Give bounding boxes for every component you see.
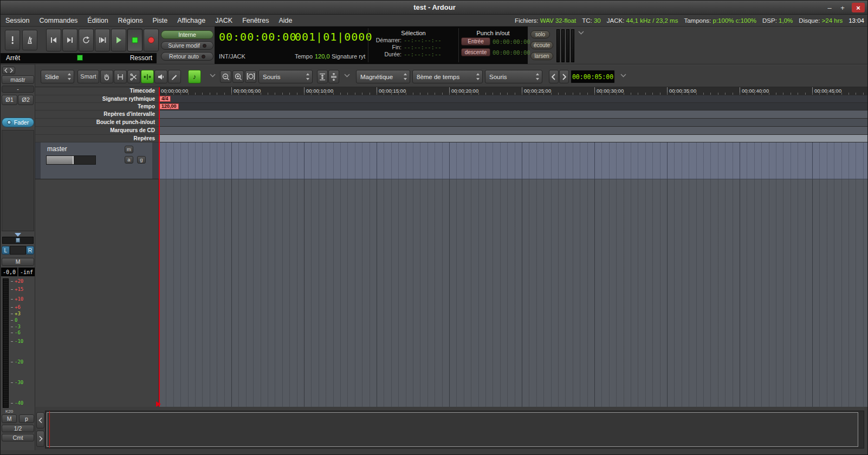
follow-edits-button[interactable]: Suivre modif — [161, 41, 213, 50]
expand-tracks-button[interactable] — [328, 70, 339, 83]
meter-marker[interactable]: 4/4 — [159, 96, 171, 102]
track-automation-button[interactable]: a — [125, 156, 133, 164]
track-gain-fader[interactable] — [46, 155, 96, 165]
menu-jack[interactable]: JACK — [210, 17, 237, 24]
track-group-button[interactable]: g — [137, 156, 146, 164]
chevron-down-icon[interactable] — [210, 74, 216, 77]
peak-display[interactable]: -inf — [18, 268, 35, 276]
menu-edition[interactable]: Édition — [82, 17, 113, 24]
summary-view-rectangle[interactable] — [47, 412, 858, 447]
zoom-fit-button[interactable] — [245, 70, 256, 83]
selection-end-value[interactable]: --:--:--:-- — [404, 44, 442, 50]
input-2-button[interactable]: Ø2 — [18, 95, 34, 105]
pan-right-button[interactable]: R — [26, 246, 34, 255]
pan-left-button[interactable]: L — [2, 246, 10, 255]
channel-button[interactable]: 1/2 — [2, 425, 34, 432]
close-button[interactable]: × — [852, 3, 865, 12]
secondary-clock[interactable]: 001|01|0000 — [295, 30, 372, 43]
ruler-lane-markers[interactable] — [159, 135, 868, 142]
edit-point-combo[interactable]: Souris — [485, 70, 542, 83]
tempo-value[interactable]: 120,0 — [315, 53, 330, 60]
metering-p-button[interactable]: p — [19, 414, 34, 423]
track-edge-strip[interactable] — [152, 142, 159, 179]
pan-slider[interactable] — [2, 237, 34, 244]
strip-mute-button[interactable]: M — [2, 258, 34, 266]
punch-in-button[interactable]: Entrée — [461, 37, 490, 46]
tool-range-button[interactable] — [114, 70, 127, 83]
metering-m-button[interactable]: M — [2, 414, 17, 423]
play-button[interactable] — [111, 29, 126, 51]
tempo-marker[interactable]: 120,00 — [159, 103, 179, 109]
solo-button[interactable]: solo — [530, 30, 550, 38]
shuttle-mode-label[interactable]: Ressort — [130, 54, 152, 62]
stop-button[interactable] — [127, 29, 142, 51]
meter-type-label[interactable]: K20 — [5, 409, 13, 414]
playhead-cursor[interactable] — [159, 87, 160, 407]
edit-mode-combo[interactable]: Slide — [41, 70, 74, 83]
track-mute-button[interactable]: m — [125, 146, 133, 153]
punch-in-time[interactable]: 00:00:00:00 — [493, 38, 530, 45]
menu-regions[interactable]: Régions — [113, 17, 148, 24]
pan-slider-handle[interactable] — [16, 238, 20, 243]
zoom-in-button[interactable] — [232, 70, 244, 83]
menu-affichage[interactable]: Affichage — [172, 17, 210, 24]
tool-audition-button[interactable] — [154, 70, 167, 83]
menu-session[interactable]: Session — [1, 17, 34, 24]
record-button[interactable] — [144, 29, 159, 51]
ruler-lane-timecode[interactable]: 00:00:00:00 00:00:05:00 00:00:10:00 00:0… — [159, 87, 868, 95]
ruler-lane-loop-punch[interactable] — [159, 119, 868, 127]
shuttle-marker[interactable] — [77, 55, 83, 61]
track-name[interactable]: master — [47, 145, 67, 153]
strip-name-button[interactable]: mastr — [2, 75, 34, 84]
menu-fenetres[interactable]: Fenêtres — [237, 17, 274, 24]
menu-piste[interactable]: Piste — [147, 17, 172, 24]
tool-note-edit-button[interactable]: ♪ — [188, 70, 201, 83]
chevron-down-icon[interactable] — [578, 31, 584, 35]
tool-cut-button[interactable] — [127, 70, 140, 83]
master-track-lane[interactable] — [159, 142, 868, 179]
playhead-grab-handle[interactable] — [156, 401, 161, 407]
nudge-clock[interactable]: 00:00:05:00 — [571, 70, 615, 83]
punch-out-time[interactable]: 00:00:00:00 — [493, 49, 530, 56]
minimize-button[interactable]: – — [824, 3, 835, 12]
summary-scroll-left-button[interactable] — [36, 412, 44, 428]
session-summary-pane[interactable] — [45, 411, 864, 448]
summary-scroll-right-button[interactable] — [36, 431, 44, 447]
tool-grab-button[interactable] — [100, 70, 113, 83]
midi-panic-button[interactable] — [5, 30, 20, 50]
ruler-lane-ranges[interactable] — [159, 110, 868, 119]
tool-draw-button[interactable] — [168, 70, 181, 83]
tool-stretch-button[interactable] — [141, 70, 154, 83]
zoom-focus-combo[interactable]: Souris — [258, 70, 313, 83]
menu-aide[interactable]: Aide — [274, 17, 297, 24]
strip-group-button[interactable]: - — [2, 86, 34, 93]
fader-automation-button[interactable]: Fader — [2, 118, 34, 127]
selection-start-value[interactable]: --:--:--:-- — [404, 37, 442, 43]
feedback-button[interactable]: larsen — [530, 52, 553, 60]
chevron-down-icon[interactable] — [344, 74, 350, 77]
menu-commandes[interactable]: Commandes — [34, 17, 82, 24]
shrink-tracks-button[interactable] — [317, 70, 328, 83]
ruler-lane-meter[interactable]: 4/4 — [159, 95, 868, 103]
mixer-strip-toggle-button[interactable] — [2, 67, 15, 74]
snap-mode-combo[interactable]: Magnétique — [356, 70, 410, 83]
smart-mode-button[interactable]: Smart — [77, 70, 99, 83]
gain-display[interactable]: -0,0 — [1, 268, 17, 276]
comments-button[interactable]: Cmt — [2, 434, 34, 441]
canvas-empty-area[interactable] — [159, 179, 868, 407]
click-metronome-button[interactable] — [22, 30, 37, 50]
nudge-back-button[interactable] — [549, 70, 559, 83]
selection-length-value[interactable]: --:--:--:-- — [404, 51, 442, 57]
goto-end-button[interactable] — [62, 29, 77, 51]
snap-unit-combo[interactable]: 8ème de temps — [412, 70, 483, 83]
input-1-button[interactable]: Ø1 — [2, 95, 17, 105]
auto-return-button[interactable]: Retour auto — [161, 52, 213, 61]
chevron-down-icon[interactable] — [620, 74, 626, 77]
goto-start-button[interactable] — [46, 29, 61, 51]
primary-clock[interactable]: 00:00:00:00 — [219, 30, 296, 43]
monitor-button[interactable]: écoute — [530, 41, 553, 49]
zoom-out-button[interactable] — [220, 70, 231, 83]
shuttle-control[interactable]: Arrêt Ressort — [1, 53, 157, 63]
master-track-header[interactable]: master m a g — [35, 142, 159, 179]
processor-box[interactable] — [2, 130, 34, 231]
